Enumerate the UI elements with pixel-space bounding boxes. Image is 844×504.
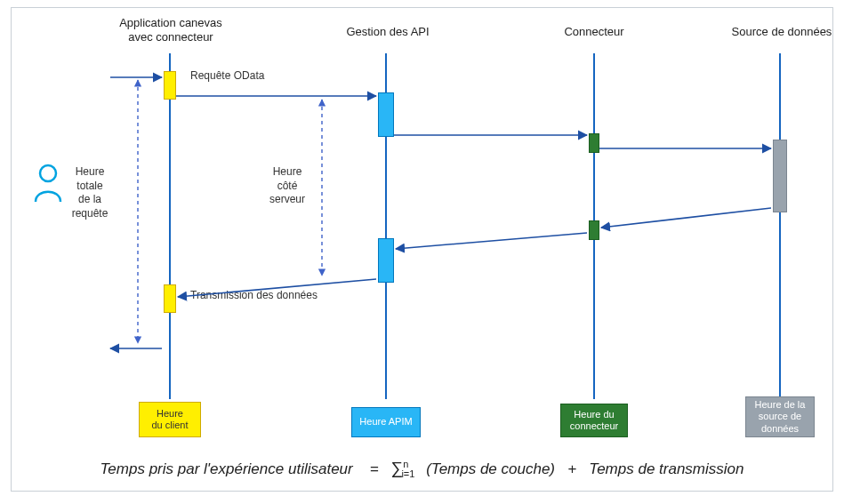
formula-term2: Temps de transmission: [589, 460, 744, 477]
foot-connector: Heure duconnecteur: [560, 404, 628, 437]
formula: Temps pris par l'expérience utilisateur …: [0, 459, 844, 479]
formula-plus: +: [567, 460, 576, 477]
formula-eq: =: [370, 460, 379, 477]
label-response: Transmission des données: [190, 289, 318, 301]
activation-datasource: [773, 140, 787, 212]
lane-title-apim: Gestion des API: [334, 25, 441, 39]
formula-sum-lower: i=1: [401, 468, 414, 479]
lane-title-app: Application canevasavec connecteur: [109, 16, 233, 45]
diagram-frame: [11, 7, 833, 492]
foot-datasource: Heure de lasource dedonnées: [745, 396, 815, 437]
activation-connector-top: [589, 133, 599, 153]
label-server-time: Heurecôtéserveur: [263, 165, 311, 207]
label-total-time: Heuretotalede larequête: [66, 165, 114, 220]
formula-term1: (Temps de couche): [426, 460, 555, 477]
activation-app-top: [164, 71, 176, 100]
foot-app: Heuredu client: [139, 402, 201, 437]
activation-apim-bottom: [378, 238, 394, 283]
formula-lhs: Temps pris par l'expérience utilisateur: [100, 460, 353, 477]
label-request: Requête OData: [190, 69, 264, 82]
lane-title-connector: Connecteur: [541, 25, 647, 39]
activation-connector-bottom: [589, 220, 599, 240]
svg-point-0: [40, 165, 56, 181]
lifeline-datasource: [779, 53, 781, 399]
foot-apim: Heure APIM: [351, 407, 421, 437]
lifeline-app: [169, 53, 171, 399]
user-icon: [33, 164, 63, 206]
lane-title-datasource: Source de données: [724, 25, 840, 39]
activation-app-bottom: [164, 284, 176, 313]
activation-apim-top: [378, 92, 394, 137]
